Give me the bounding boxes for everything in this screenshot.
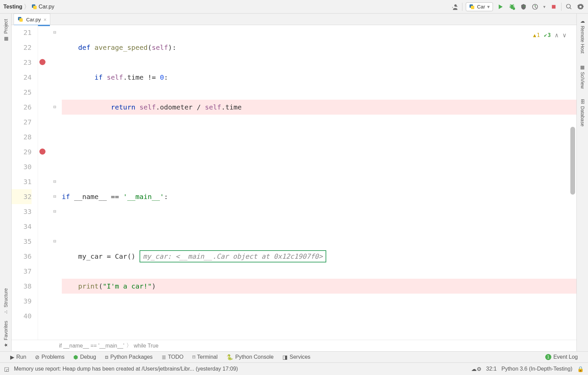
chevron-right-icon: 〉 xyxy=(24,3,30,11)
project-tool-tab[interactable]: ▦Project xyxy=(3,16,8,45)
close-icon[interactable]: × xyxy=(43,17,47,22)
run-config-label: Car xyxy=(477,4,485,9)
breadcrumb[interactable]: Testing 〉 Car.py xyxy=(3,3,54,11)
status-message[interactable]: Memory use report: Heap dump has been cr… xyxy=(14,366,238,372)
line-number[interactable]: 21 xyxy=(12,25,32,40)
breadcrumb-file[interactable]: Car.py xyxy=(31,4,54,10)
python-console-tool-tab[interactable]: 🐍Python Console xyxy=(226,354,274,360)
problems-icon: ⊘ xyxy=(35,354,39,360)
problems-tool-tab[interactable]: ⊘Problems xyxy=(35,354,65,360)
line-number[interactable]: 30 xyxy=(12,159,32,174)
code-editor[interactable]: 21 22 23 24 25 26 27 28 29 30 31 32 33 3… xyxy=(12,25,576,340)
database-tab[interactable]: 🗄Database xyxy=(580,97,585,129)
code-line[interactable]: print("I'm a car!") xyxy=(62,279,576,294)
inline-debug-hint: my_car: <__main__.Car object at 0x12c190… xyxy=(140,250,326,262)
code-line[interactable]: if self.time != 0: xyxy=(62,70,576,85)
next-highlight-icon[interactable]: ∨ xyxy=(563,28,566,43)
line-number[interactable]: 22 xyxy=(12,40,32,55)
lock-icon[interactable]: 🔒 xyxy=(577,366,584,372)
code-area[interactable]: def average_speed(self): if self.time !=… xyxy=(38,25,576,340)
sciview-tab-label: SciView xyxy=(580,72,585,89)
caret-position[interactable]: 32:1 xyxy=(486,366,497,372)
python-icon: 🐍 xyxy=(226,354,233,360)
run-config-selector[interactable]: Car ▾ xyxy=(466,2,493,11)
run-button[interactable] xyxy=(496,3,504,11)
line-number[interactable]: 34 xyxy=(12,219,32,234)
services-icon: ◨ xyxy=(282,354,288,360)
line-number[interactable]: 36 xyxy=(12,249,32,264)
line-number[interactable]: 37 xyxy=(12,264,32,279)
line-number[interactable]: 35 xyxy=(12,234,32,249)
python-packages-tool-tab[interactable]: ⧈Python Packages xyxy=(105,354,153,360)
pypkg-label: Python Packages xyxy=(110,354,153,360)
code-line[interactable]: def average_speed(self): xyxy=(62,40,576,55)
code-line[interactable]: return self.odometer / self.time xyxy=(62,100,576,115)
run-coverage-button[interactable] xyxy=(519,3,528,11)
line-number[interactable]: 29 xyxy=(12,144,32,159)
services-tool-tab[interactable]: ◨Services xyxy=(282,354,310,360)
event-log-tool-tab[interactable]: 1Event Log xyxy=(545,354,578,360)
search-icon[interactable] xyxy=(565,3,573,11)
line-number[interactable]: 38 xyxy=(12,279,32,294)
background-tasks-icon[interactable]: ☁⚙ xyxy=(471,366,481,372)
main-area: ▦Project ⛬Structure ★Favorites Car.py × … xyxy=(0,14,588,351)
favorites-tool-tab[interactable]: ★Favorites xyxy=(3,317,8,351)
scrollbar-thumb[interactable] xyxy=(570,127,575,195)
chevron-down-icon: ▾ xyxy=(487,4,490,10)
database-icon: 🗄 xyxy=(580,99,585,104)
terminal-tool-tab[interactable]: ⌑Terminal xyxy=(192,354,218,360)
right-tool-rail: ☁Remote Host ▦SciView 🗄Database xyxy=(576,14,588,351)
line-number[interactable]: 31 xyxy=(12,174,32,189)
code-line[interactable] xyxy=(62,159,576,174)
line-number[interactable]: 32 xyxy=(12,189,32,204)
run-tool-tab[interactable]: ▶Run xyxy=(10,354,26,360)
line-number[interactable]: 23 xyxy=(12,55,32,70)
code-line[interactable]: if __name__ == '__main__': xyxy=(62,189,576,204)
todo-tool-tab[interactable]: ≣TODO xyxy=(162,354,184,360)
tool-window-toggle-icon[interactable]: ◲ xyxy=(4,366,9,372)
line-number[interactable]: 28 xyxy=(12,130,32,144)
check-count: 3 xyxy=(548,28,551,43)
line-number[interactable]: 40 xyxy=(12,309,32,323)
code-line[interactable]: my_car = Car()my_car: <__main__.Car obje… xyxy=(62,249,576,264)
favorites-tab-label: Favorites xyxy=(3,321,8,340)
chevron-down-icon[interactable]: ▼ xyxy=(543,5,546,9)
inspection-widget[interactable]: ▲1 ✔3 ∧ ∨ xyxy=(533,28,566,43)
python-interpreter[interactable]: Python 3.6 (In-Depth-Testing) xyxy=(501,366,572,372)
terminal-label: Terminal xyxy=(197,354,218,360)
line-number-gutter[interactable]: 21 22 23 24 25 26 27 28 29 30 31 32 33 3… xyxy=(12,25,38,340)
code-line[interactable] xyxy=(62,219,576,234)
breadcrumb-segment[interactable]: while True xyxy=(134,343,159,349)
breadcrumb-segment[interactable]: if __name__ == '__main__' xyxy=(59,343,124,349)
add-user-icon[interactable] xyxy=(451,3,459,11)
remote-host-tab[interactable]: ☁Remote Host xyxy=(580,16,585,56)
svg-point-0 xyxy=(513,7,515,9)
debug-tool-tab[interactable]: ⬢Debug xyxy=(73,354,96,360)
profile-button[interactable] xyxy=(531,3,539,11)
warning-indicator[interactable]: ▲1 xyxy=(533,28,540,43)
weak-warning-indicator[interactable]: ✔3 xyxy=(544,28,551,43)
gear-icon[interactable] xyxy=(576,3,585,11)
line-number[interactable]: 25 xyxy=(12,85,32,100)
editor-breadcrumbs[interactable]: if __name__ == '__main__' 〉 while True xyxy=(12,340,576,351)
code-line[interactable] xyxy=(62,309,576,323)
line-number[interactable]: 39 xyxy=(12,294,32,309)
stop-button[interactable] xyxy=(550,3,558,11)
breadcrumb-project[interactable]: Testing xyxy=(3,4,22,10)
line-number[interactable]: 26 xyxy=(12,100,32,115)
debug-button[interactable] xyxy=(508,3,516,11)
line-number[interactable]: 24 xyxy=(12,70,32,85)
code-line[interactable]: while True: xyxy=(62,338,576,340)
status-bar: ◲ Memory use report: Heap dump has been … xyxy=(0,363,588,375)
line-number[interactable]: 27 xyxy=(12,115,32,130)
structure-tool-tab[interactable]: ⛬Structure xyxy=(3,285,8,318)
prev-highlight-icon[interactable]: ∧ xyxy=(555,28,558,43)
sciview-tab[interactable]: ▦SciView xyxy=(580,62,585,91)
code-line[interactable] xyxy=(62,130,576,144)
todo-label: TODO xyxy=(168,354,184,360)
editor-tab-car[interactable]: Car.py × xyxy=(14,14,50,25)
line-number[interactable]: 33 xyxy=(12,204,32,219)
pyconsole-label: Python Console xyxy=(235,354,274,360)
terminal-icon: ⌑ xyxy=(192,354,195,360)
database-tab-label: Database xyxy=(580,106,585,126)
